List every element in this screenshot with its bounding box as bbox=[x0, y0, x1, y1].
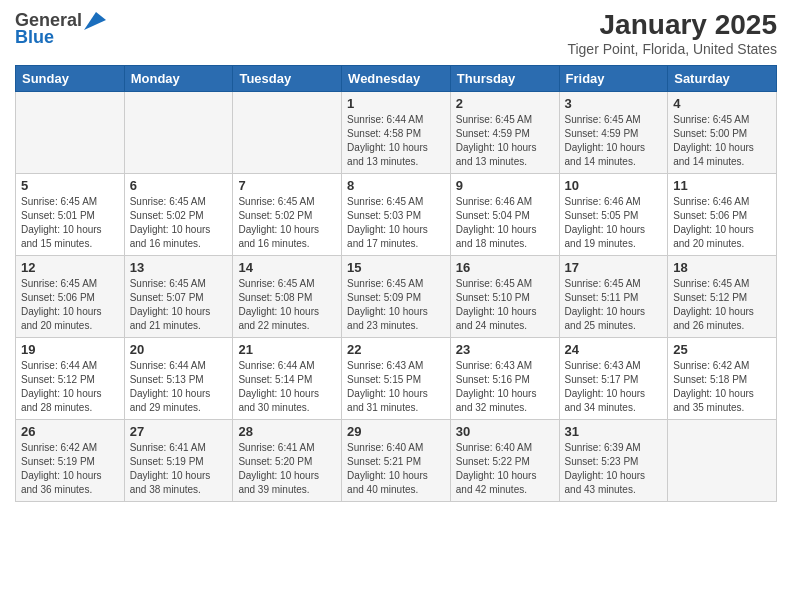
day-number: 5 bbox=[21, 178, 119, 193]
day-detail: Sunrise: 6:39 AMSunset: 5:23 PMDaylight:… bbox=[565, 441, 663, 497]
calendar-week-row: 12Sunrise: 6:45 AMSunset: 5:06 PMDayligh… bbox=[16, 255, 777, 337]
logo: General Blue bbox=[15, 10, 106, 48]
table-row: 18Sunrise: 6:45 AMSunset: 5:12 PMDayligh… bbox=[668, 255, 777, 337]
day-number: 9 bbox=[456, 178, 554, 193]
table-row: 21Sunrise: 6:44 AMSunset: 5:14 PMDayligh… bbox=[233, 337, 342, 419]
day-detail: Sunrise: 6:45 AMSunset: 5:00 PMDaylight:… bbox=[673, 113, 771, 169]
calendar-title: January 2025 bbox=[567, 10, 777, 41]
calendar-week-row: 1Sunrise: 6:44 AMSunset: 4:58 PMDaylight… bbox=[16, 91, 777, 173]
day-number: 12 bbox=[21, 260, 119, 275]
day-number: 30 bbox=[456, 424, 554, 439]
table-row: 12Sunrise: 6:45 AMSunset: 5:06 PMDayligh… bbox=[16, 255, 125, 337]
day-detail: Sunrise: 6:45 AMSunset: 5:09 PMDaylight:… bbox=[347, 277, 445, 333]
table-row: 26Sunrise: 6:42 AMSunset: 5:19 PMDayligh… bbox=[16, 419, 125, 501]
day-detail: Sunrise: 6:41 AMSunset: 5:20 PMDaylight:… bbox=[238, 441, 336, 497]
day-number: 24 bbox=[565, 342, 663, 357]
day-number: 6 bbox=[130, 178, 228, 193]
calendar-week-row: 19Sunrise: 6:44 AMSunset: 5:12 PMDayligh… bbox=[16, 337, 777, 419]
weekday-header-row: Sunday Monday Tuesday Wednesday Thursday… bbox=[16, 65, 777, 91]
day-number: 14 bbox=[238, 260, 336, 275]
header-thursday: Thursday bbox=[450, 65, 559, 91]
day-number: 19 bbox=[21, 342, 119, 357]
day-number: 23 bbox=[456, 342, 554, 357]
day-number: 31 bbox=[565, 424, 663, 439]
table-row: 9Sunrise: 6:46 AMSunset: 5:04 PMDaylight… bbox=[450, 173, 559, 255]
day-detail: Sunrise: 6:45 AMSunset: 5:02 PMDaylight:… bbox=[130, 195, 228, 251]
day-number: 11 bbox=[673, 178, 771, 193]
day-detail: Sunrise: 6:45 AMSunset: 4:59 PMDaylight:… bbox=[565, 113, 663, 169]
table-row: 15Sunrise: 6:45 AMSunset: 5:09 PMDayligh… bbox=[342, 255, 451, 337]
day-number: 10 bbox=[565, 178, 663, 193]
day-number: 13 bbox=[130, 260, 228, 275]
header: General Blue January 2025 Tiger Point, F… bbox=[15, 10, 777, 57]
table-row: 1Sunrise: 6:44 AMSunset: 4:58 PMDaylight… bbox=[342, 91, 451, 173]
table-row bbox=[124, 91, 233, 173]
day-detail: Sunrise: 6:43 AMSunset: 5:15 PMDaylight:… bbox=[347, 359, 445, 415]
table-row: 28Sunrise: 6:41 AMSunset: 5:20 PMDayligh… bbox=[233, 419, 342, 501]
day-detail: Sunrise: 6:44 AMSunset: 5:13 PMDaylight:… bbox=[130, 359, 228, 415]
table-row bbox=[16, 91, 125, 173]
table-row: 7Sunrise: 6:45 AMSunset: 5:02 PMDaylight… bbox=[233, 173, 342, 255]
day-detail: Sunrise: 6:45 AMSunset: 5:08 PMDaylight:… bbox=[238, 277, 336, 333]
day-detail: Sunrise: 6:42 AMSunset: 5:18 PMDaylight:… bbox=[673, 359, 771, 415]
day-detail: Sunrise: 6:45 AMSunset: 5:11 PMDaylight:… bbox=[565, 277, 663, 333]
day-number: 1 bbox=[347, 96, 445, 111]
table-row: 10Sunrise: 6:46 AMSunset: 5:05 PMDayligh… bbox=[559, 173, 668, 255]
table-row: 11Sunrise: 6:46 AMSunset: 5:06 PMDayligh… bbox=[668, 173, 777, 255]
table-row: 20Sunrise: 6:44 AMSunset: 5:13 PMDayligh… bbox=[124, 337, 233, 419]
title-block: January 2025 Tiger Point, Florida, Unite… bbox=[567, 10, 777, 57]
table-row: 5Sunrise: 6:45 AMSunset: 5:01 PMDaylight… bbox=[16, 173, 125, 255]
day-detail: Sunrise: 6:45 AMSunset: 5:12 PMDaylight:… bbox=[673, 277, 771, 333]
table-row: 24Sunrise: 6:43 AMSunset: 5:17 PMDayligh… bbox=[559, 337, 668, 419]
day-number: 2 bbox=[456, 96, 554, 111]
table-row: 19Sunrise: 6:44 AMSunset: 5:12 PMDayligh… bbox=[16, 337, 125, 419]
calendar-week-row: 5Sunrise: 6:45 AMSunset: 5:01 PMDaylight… bbox=[16, 173, 777, 255]
logo-blue-text: Blue bbox=[15, 27, 106, 48]
table-row: 23Sunrise: 6:43 AMSunset: 5:16 PMDayligh… bbox=[450, 337, 559, 419]
day-detail: Sunrise: 6:46 AMSunset: 5:06 PMDaylight:… bbox=[673, 195, 771, 251]
day-number: 18 bbox=[673, 260, 771, 275]
day-detail: Sunrise: 6:44 AMSunset: 5:12 PMDaylight:… bbox=[21, 359, 119, 415]
day-detail: Sunrise: 6:44 AMSunset: 5:14 PMDaylight:… bbox=[238, 359, 336, 415]
day-detail: Sunrise: 6:42 AMSunset: 5:19 PMDaylight:… bbox=[21, 441, 119, 497]
table-row: 31Sunrise: 6:39 AMSunset: 5:23 PMDayligh… bbox=[559, 419, 668, 501]
table-row bbox=[668, 419, 777, 501]
day-number: 4 bbox=[673, 96, 771, 111]
day-number: 27 bbox=[130, 424, 228, 439]
table-row: 29Sunrise: 6:40 AMSunset: 5:21 PMDayligh… bbox=[342, 419, 451, 501]
header-tuesday: Tuesday bbox=[233, 65, 342, 91]
day-number: 22 bbox=[347, 342, 445, 357]
day-detail: Sunrise: 6:45 AMSunset: 5:03 PMDaylight:… bbox=[347, 195, 445, 251]
day-number: 20 bbox=[130, 342, 228, 357]
day-number: 21 bbox=[238, 342, 336, 357]
day-number: 28 bbox=[238, 424, 336, 439]
table-row: 30Sunrise: 6:40 AMSunset: 5:22 PMDayligh… bbox=[450, 419, 559, 501]
day-number: 29 bbox=[347, 424, 445, 439]
table-row: 22Sunrise: 6:43 AMSunset: 5:15 PMDayligh… bbox=[342, 337, 451, 419]
day-number: 15 bbox=[347, 260, 445, 275]
header-monday: Monday bbox=[124, 65, 233, 91]
day-detail: Sunrise: 6:41 AMSunset: 5:19 PMDaylight:… bbox=[130, 441, 228, 497]
day-detail: Sunrise: 6:46 AMSunset: 5:05 PMDaylight:… bbox=[565, 195, 663, 251]
day-detail: Sunrise: 6:43 AMSunset: 5:17 PMDaylight:… bbox=[565, 359, 663, 415]
table-row: 16Sunrise: 6:45 AMSunset: 5:10 PMDayligh… bbox=[450, 255, 559, 337]
header-saturday: Saturday bbox=[668, 65, 777, 91]
day-detail: Sunrise: 6:45 AMSunset: 5:06 PMDaylight:… bbox=[21, 277, 119, 333]
day-detail: Sunrise: 6:45 AMSunset: 5:01 PMDaylight:… bbox=[21, 195, 119, 251]
calendar-table: Sunday Monday Tuesday Wednesday Thursday… bbox=[15, 65, 777, 502]
table-row: 8Sunrise: 6:45 AMSunset: 5:03 PMDaylight… bbox=[342, 173, 451, 255]
table-row bbox=[233, 91, 342, 173]
day-number: 26 bbox=[21, 424, 119, 439]
day-detail: Sunrise: 6:45 AMSunset: 5:07 PMDaylight:… bbox=[130, 277, 228, 333]
table-row: 14Sunrise: 6:45 AMSunset: 5:08 PMDayligh… bbox=[233, 255, 342, 337]
day-number: 25 bbox=[673, 342, 771, 357]
table-row: 3Sunrise: 6:45 AMSunset: 4:59 PMDaylight… bbox=[559, 91, 668, 173]
day-detail: Sunrise: 6:44 AMSunset: 4:58 PMDaylight:… bbox=[347, 113, 445, 169]
day-detail: Sunrise: 6:45 AMSunset: 4:59 PMDaylight:… bbox=[456, 113, 554, 169]
day-number: 8 bbox=[347, 178, 445, 193]
header-sunday: Sunday bbox=[16, 65, 125, 91]
day-number: 16 bbox=[456, 260, 554, 275]
calendar-week-row: 26Sunrise: 6:42 AMSunset: 5:19 PMDayligh… bbox=[16, 419, 777, 501]
day-detail: Sunrise: 6:45 AMSunset: 5:02 PMDaylight:… bbox=[238, 195, 336, 251]
calendar-subtitle: Tiger Point, Florida, United States bbox=[567, 41, 777, 57]
